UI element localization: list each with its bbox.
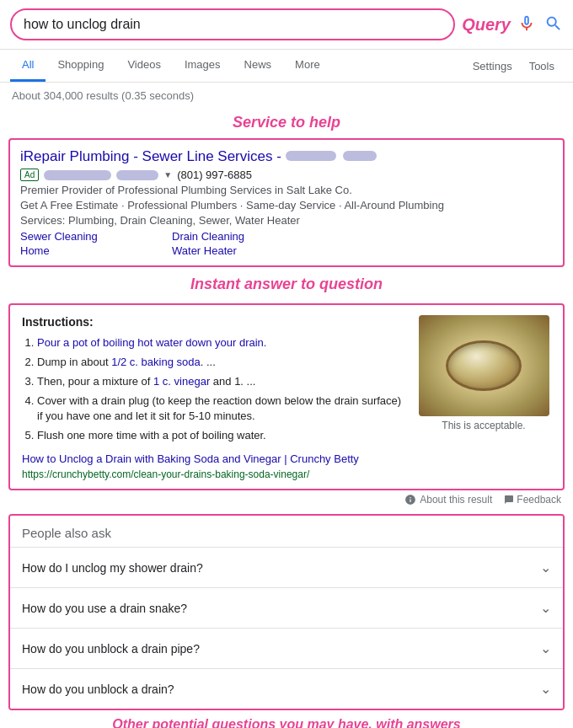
tab-videos[interactable]: Videos: [115, 50, 173, 82]
instant-answer-box: Instructions: Pour a pot of boiling hot …: [8, 303, 565, 490]
paa-question-4: How do you unblock a drain?: [22, 682, 174, 696]
ad-badge-row: Ad ▼ (801) 997-6885: [20, 169, 553, 181]
tab-tools[interactable]: Tools: [521, 51, 563, 81]
ad-phone: (801) 997-6885: [177, 169, 252, 181]
instant-steps: Pour a pot of boiling hot water down you…: [22, 335, 404, 444]
paa-box: People also ask How do I unclog my showe…: [8, 514, 565, 710]
ad-description: Premier Provider of Professional Plumbin…: [20, 184, 553, 196]
step-3: Then, pour a mixture of 1 c. vinegar and…: [37, 374, 404, 390]
ad-title-row: iRepair Plumbing - Sewer Line Services -: [20, 148, 553, 165]
tab-news[interactable]: News: [233, 50, 284, 82]
step-1: Pour a pot of boiling hot water down you…: [37, 335, 404, 351]
blurred-domain2: [116, 170, 158, 180]
image-caption: This is acceptable.: [442, 420, 525, 431]
ad-title-text: iRepair Plumbing - Sewer Line Services -: [20, 148, 281, 164]
query-label: Query: [462, 15, 511, 35]
search-input-wrapper: [10, 8, 455, 40]
blurred-url: [286, 151, 336, 161]
nav-tabs: All Shopping Videos Images News More Set…: [0, 50, 573, 83]
results-count: About 304,000 results (0.35 seconds): [0, 83, 573, 109]
step-3-link[interactable]: 1 c. vinegar: [153, 375, 210, 388]
ad-link-home[interactable]: Home: [20, 244, 155, 257]
blurred-domain: [44, 170, 111, 180]
paa-item-3[interactable]: How do you unblock a drain pipe? ⌄: [10, 628, 563, 668]
paa-question-3: How do you unblock a drain pipe?: [22, 642, 200, 656]
drain-circle: [446, 340, 522, 391]
ad-extra: Get A Free Estimate · Professional Plumb…: [20, 199, 553, 211]
search-input[interactable]: [24, 17, 442, 32]
ad-sub-links-label: Services: Plumbing, Drain Cleaning, Sewe…: [20, 214, 553, 227]
paa-header: People also ask: [10, 516, 563, 547]
paa-item-2[interactable]: How do you use a drain snake? ⌄: [10, 587, 563, 628]
instant-content: Instructions: Pour a pot of boiling hot …: [22, 315, 404, 480]
instant-annotation: Instant answer to question: [0, 270, 573, 297]
ad-link-col-1: Drain Cleaning Water Heater: [172, 230, 307, 257]
paa-question-2: How do you use a drain snake?: [22, 602, 187, 615]
tab-all[interactable]: All: [10, 50, 46, 82]
dropdown-icon: ▼: [163, 170, 172, 179]
chevron-down-icon-1: ⌄: [540, 559, 551, 575]
ad-title-link[interactable]: iRepair Plumbing - Sewer Line Services -: [20, 148, 377, 165]
ad-title-blur1: [286, 148, 336, 165]
paa-item-1[interactable]: How do I unclog my shower drain? ⌄: [10, 547, 563, 587]
feedback-button[interactable]: Feedback: [504, 494, 561, 506]
step-2: Dump in about 1/2 c. baking soda. ...: [37, 355, 404, 371]
drain-image: [419, 315, 549, 416]
search-icon[interactable]: [544, 14, 563, 35]
bottom-annotation: Other potential questions you may have, …: [0, 710, 573, 728]
chevron-down-icon-4: ⌄: [540, 681, 551, 697]
ad-link-water-heater[interactable]: Water Heater: [172, 244, 307, 257]
chevron-down-icon-2: ⌄: [540, 600, 551, 616]
tab-images[interactable]: Images: [173, 50, 233, 82]
ad-link-col-0: Sewer Cleaning Home: [20, 230, 155, 257]
blurred-url2: [343, 151, 377, 161]
chevron-down-icon-3: ⌄: [540, 640, 551, 656]
ad-links: Sewer Cleaning Home Drain Cleaning Water…: [20, 230, 553, 257]
search-bar-area: Query: [0, 0, 573, 50]
paa-question-1: How do I unclog my shower drain?: [22, 561, 203, 575]
tab-shopping[interactable]: Shopping: [46, 50, 115, 82]
source-url: https://crunchybetty.com/clean-your-drai…: [22, 468, 309, 480]
mic-icon[interactable]: [517, 14, 536, 35]
tab-settings[interactable]: Settings: [464, 51, 521, 81]
instant-title: Instructions:: [22, 315, 404, 329]
tab-more[interactable]: More: [283, 50, 332, 82]
ad-badge: Ad: [20, 169, 39, 181]
step-2-link[interactable]: 1/2 c. baking soda: [111, 356, 201, 368]
source-link[interactable]: How to Unclog a Drain with Baking Soda a…: [22, 452, 404, 465]
instant-image-area: This is acceptable.: [416, 315, 551, 480]
about-result-text: About this result: [420, 494, 492, 506]
ad-title-blur2: [343, 148, 377, 165]
paa-item-4[interactable]: How do you unblock a drain? ⌄: [10, 668, 563, 709]
ad-link-drain-cleaning[interactable]: Drain Cleaning: [172, 230, 307, 243]
ad-box: iRepair Plumbing - Sewer Line Services -…: [8, 138, 565, 267]
feedback-text: Feedback: [517, 494, 561, 506]
step-4: Cover with a drain plug (to keep the rea…: [37, 393, 404, 426]
step-1-link[interactable]: Pour a pot of boiling hot water down you…: [37, 336, 266, 349]
ad-link-sewer-cleaning[interactable]: Sewer Cleaning: [20, 230, 155, 243]
about-result-button[interactable]: About this result: [404, 494, 492, 506]
service-annotation: Service to help: [0, 109, 573, 135]
about-feedback-row: About this result Feedback: [0, 490, 573, 509]
search-icons: [517, 14, 563, 35]
step-5: Flush one more time with a pot of boilin…: [37, 428, 404, 444]
